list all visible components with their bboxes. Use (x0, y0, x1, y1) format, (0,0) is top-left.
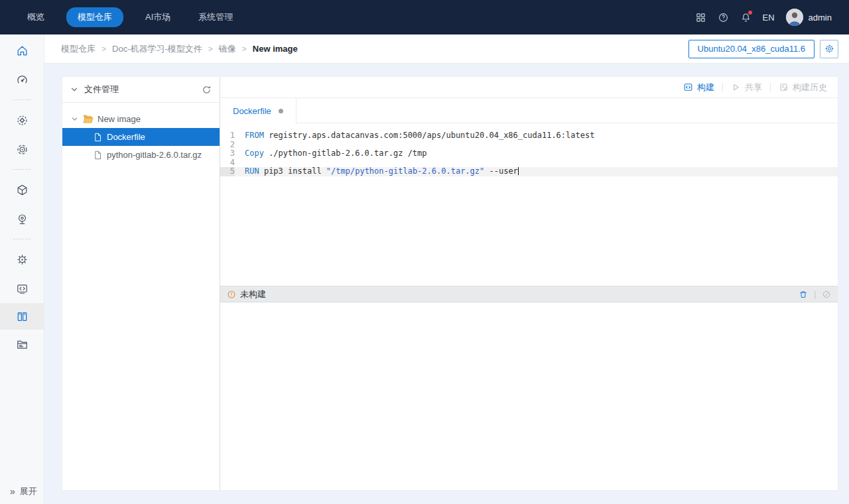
sidebar-expand-label: 展开 (20, 485, 37, 497)
code-line-text (235, 158, 838, 168)
breadcrumb-item[interactable]: 镜像 (219, 43, 236, 55)
build-button[interactable]: 构建 (683, 82, 714, 94)
sidebar-expand-toggle[interactable]: » 展开 (0, 485, 44, 497)
apps-grid-icon[interactable] (695, 12, 706, 23)
breadcrumb-separator: > (101, 44, 106, 54)
code-line-text: FROM registry.aps.datacanvas.com:5000/ap… (235, 131, 838, 141)
nav-item-模型仓库[interactable]: 模型仓库 (66, 7, 123, 27)
content-card: 文件管理 New image Dockerfilepython-gitlab-2… (62, 76, 838, 491)
tree-folder-row[interactable]: New image (62, 110, 220, 128)
file-tree: New image Dockerfilepython-gitlab-2.6.0.… (62, 103, 220, 164)
top-navbar: 概览模型仓库AI市场系统管理 EN admin (0, 0, 849, 34)
line-number: 3 (220, 149, 235, 158)
build-log-area (220, 302, 838, 490)
tab-label: Dockerfile (233, 106, 271, 116)
sidebar-divider (13, 99, 31, 100)
breadcrumb-header: 模型仓库>Doc-机器学习-模型文件>镜像> New image Ubuntu2… (44, 34, 849, 64)
code-line-4[interactable]: 4 (220, 158, 838, 168)
build-status-label: 未构建 (240, 288, 266, 300)
file-manager-title: 文件管理 (84, 84, 119, 95)
play-icon (731, 82, 741, 92)
line-number: 1 (220, 131, 235, 141)
warning-circle-icon (227, 290, 236, 299)
double-chevron-right-icon: » (10, 487, 15, 496)
breadcrumb: 模型仓库>Doc-机器学习-模型文件>镜像> New image (61, 43, 298, 55)
tab-dockerfile[interactable]: Dockerfile (220, 98, 296, 123)
sidebar-icon-gear-dashed[interactable] (0, 105, 44, 135)
file-manager-header: 文件管理 (62, 77, 220, 103)
breadcrumb-separator: > (242, 44, 247, 54)
code-line-2[interactable]: 2 (220, 141, 838, 150)
breadcrumb-item[interactable]: 模型仓库 (61, 43, 96, 55)
avatar (786, 9, 803, 26)
nav-menu: 概览模型仓库AI市场系统管理 (21, 7, 239, 27)
trash-icon[interactable] (799, 290, 808, 299)
line-number: 4 (220, 158, 235, 168)
sidebar-icon-cube[interactable] (0, 175, 44, 204)
code-line-text (235, 141, 838, 150)
share-button[interactable]: 共享 (731, 82, 762, 94)
user-menu[interactable]: admin (786, 9, 832, 26)
sidebar-icon-wheel[interactable] (0, 245, 44, 274)
notifications-icon[interactable] (740, 12, 751, 23)
sidebar-icon-folder-files[interactable] (0, 330, 44, 359)
navbar-right: EN admin (695, 9, 832, 26)
sidebar-icon-panels[interactable] (0, 303, 44, 330)
sidebar-icon-camera[interactable] (0, 204, 44, 233)
open-folder-icon (82, 114, 94, 124)
code-line-1[interactable]: 1FROM registry.aps.datacanvas.com:5000/a… (220, 131, 838, 141)
history-icon (779, 82, 789, 92)
header-actions: Ubuntu20.04_x86_cuda11.6 (688, 40, 838, 58)
tree-file-label: Dockerfile (107, 132, 145, 142)
gear-icon (824, 44, 834, 54)
file-manager-panel: 文件管理 New image Dockerfilepython-gitlab-2… (62, 77, 220, 490)
code-line-5[interactable]: 5RUN pip3 install "/tmp/python-gitlab-2.… (220, 167, 838, 176)
build-history-button[interactable]: 构建历史 (779, 82, 827, 94)
sidebar-icon-gear-target[interactable] (0, 135, 44, 164)
ban-icon[interactable] (822, 290, 831, 299)
tree-file-row-python-gitlab-2.6.0.tar.gz[interactable]: python-gitlab-2.6.0.tar.gz (62, 146, 220, 164)
breadcrumb-item[interactable]: Doc-机器学习-模型文件 (112, 43, 202, 55)
build-status-bar: 未构建 | (220, 286, 838, 302)
language-toggle[interactable]: EN (763, 13, 775, 23)
main-area: 模型仓库>Doc-机器学习-模型文件>镜像> New image Ubuntu2… (44, 34, 849, 504)
status-separator: | (814, 290, 816, 299)
notification-badge (748, 11, 752, 15)
help-icon[interactable] (718, 12, 729, 23)
image-settings-button[interactable] (820, 40, 838, 58)
username: admin (809, 13, 832, 23)
toolbar-separator (770, 83, 771, 92)
code-line-3[interactable]: 3Copy ./python-gitlab-2.6.0.tar.gz /tmp (220, 149, 838, 158)
build-icon (683, 82, 693, 92)
code-line-text: Copy ./python-gitlab-2.6.0.tar.gz /tmp (235, 149, 838, 158)
status-bar-actions: | (799, 290, 831, 299)
breadcrumb-separator: > (208, 44, 213, 54)
code-editor[interactable]: 1FROM registry.aps.datacanvas.com:5000/a… (220, 123, 838, 286)
editor-toolbar: 构建 共享 构建历史 (220, 77, 838, 98)
nav-item-概览[interactable]: 概览 (21, 8, 50, 27)
sidebar-icon-code-window[interactable] (0, 274, 44, 303)
page-layout: » 展开 模型仓库>Doc-机器学习-模型文件>镜像> New image Ub… (0, 34, 849, 504)
tree-file-label: python-gitlab-2.6.0.tar.gz (107, 150, 202, 160)
image-name-button[interactable]: Ubuntu20.04_x86_cuda11.6 (688, 40, 815, 58)
modified-dot-icon (279, 109, 283, 113)
editor-tab-bar: Dockerfile (220, 98, 838, 123)
chevron-down-icon[interactable] (70, 86, 78, 94)
line-number: 5 (220, 167, 235, 176)
sidebar-divider (13, 239, 31, 239)
refresh-icon[interactable] (202, 85, 212, 95)
sidebar-icon-home[interactable] (0, 36, 44, 65)
sidebar-icon-dashboard[interactable] (0, 65, 44, 94)
breadcrumb-current: New image (253, 44, 298, 54)
nav-item-AI市场[interactable]: AI市场 (139, 8, 176, 27)
tree-file-row-Dockerfile[interactable]: Dockerfile (62, 128, 220, 146)
sidebar-divider (13, 169, 31, 170)
editor-panel: 构建 共享 构建历史 Dockerfile (220, 77, 838, 490)
text-cursor (518, 167, 519, 175)
line-number: 2 (220, 141, 235, 150)
chevron-down-icon (71, 115, 78, 123)
nav-item-系统管理[interactable]: 系统管理 (192, 8, 239, 27)
toolbar-separator (722, 83, 723, 92)
left-sidebar: » 展开 (0, 34, 44, 504)
tree-folder-label: New image (98, 114, 141, 124)
